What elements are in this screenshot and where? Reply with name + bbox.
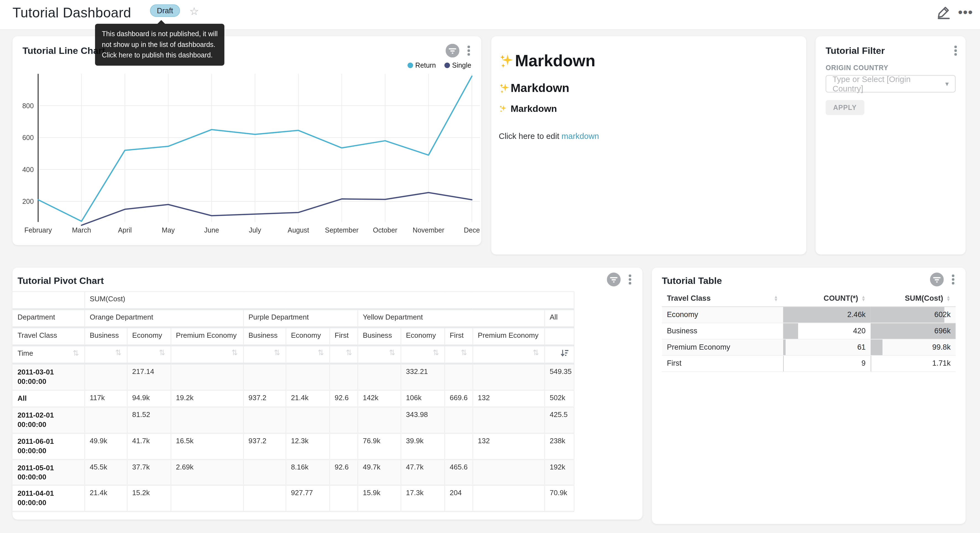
pivot-cell: 927.77	[286, 485, 329, 512]
count-cell: 9	[783, 356, 871, 372]
apply-button[interactable]: APPLY	[826, 100, 864, 115]
pivot-row-header: All	[13, 390, 84, 407]
sort-icon[interactable]: ⇅	[433, 349, 439, 356]
pivot-cell: 117k	[84, 390, 127, 407]
count-cell: 2.46k	[783, 306, 871, 323]
table-header-sum-cost-[interactable]: SUM(Cost)▲▼	[871, 290, 956, 306]
pivot-cell	[329, 485, 358, 512]
markdown-card[interactable]: Markdown Markdown Markdown Click here to…	[492, 36, 807, 254]
pivot-row-header: 2011-04-01 00:00:00	[13, 485, 84, 512]
tooltip-line: Click here to publish this dashboard.	[102, 50, 218, 61]
pivot-header-cell: Business	[358, 327, 401, 345]
table-row: Business420696k	[662, 323, 956, 339]
pivot-header-cell: ⇅	[401, 345, 444, 364]
legend-item[interactable]: Single	[445, 61, 471, 69]
pivot-header-cell: ⇅	[358, 345, 401, 364]
filter-indicator-icon[interactable]	[607, 273, 620, 286]
sum-cell: 99.8k	[871, 339, 956, 356]
x-tick-label: June	[204, 226, 219, 234]
sort-icon[interactable]: ⇅	[232, 349, 238, 356]
markdown-h1: Markdown	[499, 51, 796, 71]
pivot-cell	[84, 407, 127, 433]
pivot-cell	[243, 407, 286, 433]
sort-icon[interactable]: ⇅	[73, 350, 79, 356]
column-sorter-icon[interactable]: ▲▼	[946, 295, 951, 302]
pivot-header-cell: ⇅	[127, 345, 170, 364]
pivot-kebab-menu-icon[interactable]	[626, 273, 634, 286]
travel-class-cell: First	[662, 356, 783, 372]
pivot-chart-card: Tutorial Pivot Chart SUM(Cost)Department…	[13, 268, 643, 519]
sum-cell: 1.71k	[871, 356, 956, 372]
pivot-cell	[170, 407, 243, 433]
pivot-header-cell: Premium Economy	[473, 327, 544, 345]
pivot-cell: 15.9k	[358, 485, 401, 512]
pivot-cell	[286, 407, 329, 433]
header-more-menu-icon[interactable]: •••	[957, 4, 974, 20]
filter-indicator-icon[interactable]	[445, 44, 459, 57]
sort-icon[interactable]: ⇅	[318, 349, 324, 356]
table-header-count---[interactable]: COUNT(*)▲▼	[783, 290, 871, 306]
column-sorter-icon[interactable]: ▲▼	[861, 295, 866, 302]
sort-icon[interactable]: ⇅	[115, 349, 122, 356]
pivot-cell: 192k	[544, 459, 574, 485]
pivot-row: 2011-05-01 00:00:0045.5k37.7k2.69k8.16k9…	[13, 459, 574, 485]
origin-country-label: ORIGIN COUNTRY	[826, 64, 888, 71]
sum-cell: 602k	[871, 306, 956, 323]
sort-icon[interactable]: ⇅	[346, 349, 352, 356]
pivot-cell	[243, 364, 286, 390]
pivot-cell: 39.9k	[401, 433, 444, 459]
dashboard-page: Tutorial Dashboard Draft ☆ ••• This dash…	[0, 0, 980, 533]
table-kebab-menu-icon[interactable]	[949, 273, 957, 286]
table-header-travel-class[interactable]: Travel Class▲▼	[662, 290, 783, 306]
pivot-header-cell	[13, 292, 84, 309]
chart-kebab-menu-icon[interactable]	[465, 44, 473, 57]
sort-icon[interactable]: ⇅	[274, 349, 280, 356]
pivot-cell	[473, 364, 544, 390]
column-sorter-icon[interactable]: ▲▼	[774, 295, 778, 302]
pivot-header-cell: Economy	[286, 327, 329, 345]
pivot-cell	[329, 433, 358, 459]
pivot-cell	[243, 459, 286, 485]
favorite-star-icon[interactable]: ☆	[189, 5, 199, 18]
chart-legend: ReturnSingle	[408, 61, 471, 69]
pivot-cell: 41.7k	[127, 433, 170, 459]
count-cell: 61	[783, 339, 871, 356]
table-card-title: Tutorial Table	[662, 275, 722, 286]
data-table: Travel Class▲▼COUNT(*)▲▼SUM(Cost)▲▼ Econ…	[662, 290, 956, 372]
pivot-cell: 502k	[544, 390, 574, 407]
sort-icon[interactable]: ⇅	[533, 349, 539, 356]
draft-badge[interactable]: Draft	[150, 5, 180, 17]
sparkles-icon	[499, 53, 515, 69]
markdown-link[interactable]: markdown	[562, 131, 599, 140]
travel-class-cell: Premium Economy	[662, 339, 783, 356]
pivot-header-cell	[544, 327, 574, 345]
sort-icon[interactable]: ⇅	[159, 349, 165, 356]
pivot-cell: 19.2k	[170, 390, 243, 407]
x-tick-label: November	[413, 226, 444, 234]
pivot-header-cell: Yellow Department	[358, 309, 544, 327]
table-card: Tutorial Table Travel Class▲▼COUNT(*)▲▼S…	[652, 268, 966, 524]
chevron-down-icon: ▾	[945, 80, 949, 88]
origin-country-select[interactable]: Type or Select [Origin Country] ▾	[826, 75, 956, 93]
filter-kebab-menu-icon[interactable]	[952, 44, 959, 57]
legend-item[interactable]: Return	[408, 61, 436, 69]
x-tick-label: March	[72, 226, 91, 234]
pivot-row: 2011-02-01 00:00:0081.52343.98425.5	[13, 407, 574, 433]
sort-desc-active-icon[interactable]	[560, 349, 568, 357]
pivot-header-cell: All	[544, 309, 574, 327]
sort-icon[interactable]: ⇅	[389, 349, 395, 356]
sort-icon[interactable]: ⇅	[461, 349, 467, 356]
pivot-cell: 937.2	[243, 390, 286, 407]
pivot-header-cell: SUM(Cost)	[84, 292, 574, 309]
pivot-cell: 425.5	[544, 407, 574, 433]
cell-bar	[783, 340, 785, 355]
line-chart-svg: 200400600800FebruaryMarchAprilMayJuneJul…	[13, 69, 481, 244]
filter-card: Tutorial Filter ORIGIN COUNTRY Type or S…	[816, 36, 966, 254]
pivot-cell: 106k	[401, 390, 444, 407]
edit-pencil-icon[interactable]	[936, 5, 951, 20]
filter-indicator-icon[interactable]	[930, 273, 944, 286]
pivot-cell: 17.3k	[401, 485, 444, 512]
y-tick-label: 600	[22, 134, 34, 141]
legend-dot-icon	[445, 62, 450, 68]
pivot-cell	[444, 407, 473, 433]
